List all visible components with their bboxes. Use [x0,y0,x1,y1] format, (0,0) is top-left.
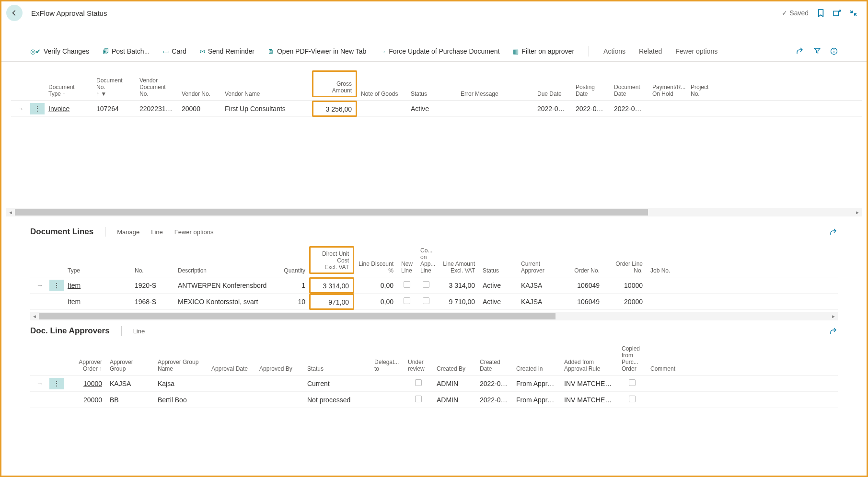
table-row[interactable]: → ⋮ Invoice 107264 2202231730 20000 Firs… [11,101,862,117]
col-posting[interactable]: Posting Date [572,84,610,97]
fewer-options[interactable]: Fewer options [675,47,718,55]
col-co[interactable]: Co...onApp...Line [417,247,436,274]
col-appr-group-name[interactable]: Approver GroupName [154,359,208,372]
scroll-left-icon[interactable]: ◄ [6,210,15,215]
line-tab[interactable]: Line [151,228,163,236]
desc-cell: MEXICO Kontorsstol, svart [174,298,279,306]
col-ordno[interactable]: Order No. [560,267,603,274]
approvers-line-tab[interactable]: Line [133,328,145,335]
scrollbar-thumb[interactable] [15,209,648,216]
row-menu-button[interactable]: ⋮ [49,378,64,389]
col-doc-date[interactable]: DocumentDate [610,84,648,97]
actions-menu[interactable]: Actions [603,47,625,55]
col-ordlineno[interactable]: Order Line No. [603,261,647,274]
type-cell[interactable]: Item [64,282,131,289]
col-deleg[interactable]: Delegat...to [370,359,404,372]
under-cell[interactable] [404,379,433,387]
post-batch-button[interactable]: 🗐Post Batch... [103,47,150,55]
doc-type-cell[interactable]: Invoice [45,105,93,113]
col-type[interactable]: Type [64,267,131,274]
fewer-options-lines[interactable]: Fewer options [174,228,214,236]
col-added-rule[interactable]: Added fromApproval Rule [560,359,618,372]
row-menu-button[interactable]: ⋮ [30,103,45,114]
col-created-by[interactable]: Created By [433,365,476,372]
lstatus-cell: Active [479,282,517,289]
filter-icon[interactable] [814,47,821,55]
col-error[interactable]: Error Message [457,91,533,97]
col-gross-amount[interactable]: Gross Amount [312,70,357,97]
col-unit-cost[interactable]: Direct Unit CostExcl. VAT [309,246,354,274]
col-appr[interactable]: CurrentApprover [517,261,560,274]
cin-cell: From Approv... [512,380,560,387]
col-doc-no[interactable]: Document No.↑ ▼ [93,77,136,97]
col-comment[interactable]: Comment [647,365,694,372]
share-icon[interactable] [797,47,804,55]
col-new[interactable]: NewLine [397,261,417,274]
col-appr-group[interactable]: Approver Group [106,359,154,372]
col-appr-order[interactable]: ApproverOrder ↑ [64,359,106,372]
co-cell[interactable] [417,297,436,306]
popout-icon[interactable] [833,10,841,17]
scroll-left-icon[interactable]: ◄ [30,314,39,319]
col-lstatus[interactable]: Status [479,267,517,274]
col-created-in[interactable]: Created in [512,365,560,372]
collapse-icon[interactable] [850,10,857,17]
vendor-doc-no-cell: 2202231730 [136,105,178,113]
lines-scrollbar[interactable]: ◄ ► [30,312,838,320]
verify-changes-button[interactable]: ◎✔Verify Changes [30,47,89,55]
line-row[interactable]: Item 1968-S MEXICO Kontorsstol, svart 10… [30,294,838,310]
approver-row[interactable]: 20000 BB Bertil Boo Not processed ADMIN … [30,392,838,408]
col-project[interactable]: Project No. [687,84,720,97]
scrollbar-thumb[interactable] [39,313,556,319]
col-vendor-doc-no[interactable]: VendorDocumentNo. [136,77,178,97]
info-icon[interactable] [830,47,838,55]
col-no[interactable]: No. [131,267,174,274]
col-app-status[interactable]: Status [303,365,370,372]
col-created-date[interactable]: CreatedDate [476,359,512,372]
newline-cell[interactable] [397,281,417,289]
col-desc[interactable]: Description [174,267,279,274]
copied-cell[interactable] [618,396,647,404]
newline-cell[interactable] [397,297,417,306]
col-disc[interactable]: Line Discount % [354,261,397,274]
arule-cell: INV MATCHED ... [560,396,618,404]
open-pdf-button[interactable]: 🗎Open PDF-Viewer in New Tab [268,47,366,55]
order-cell[interactable]: 10000 [64,380,106,387]
line-row[interactable]: → ⋮ Item 1920-S ANTWERPEN Konferensbord … [30,277,838,294]
col-job[interactable]: Job No. [647,267,680,274]
row-indicator-icon: → [30,282,49,289]
col-qty[interactable]: Quantity [279,267,309,274]
col-app-by[interactable]: Approved By [255,365,303,372]
filter-approver-button[interactable]: ▥Filter on approver [513,47,574,55]
bookmark-icon[interactable] [817,9,824,17]
manage-tab[interactable]: Manage [117,228,139,236]
copied-cell[interactable] [618,379,647,387]
h-scrollbar[interactable]: ◄ ► [6,208,862,216]
col-vendor-no[interactable]: Vendor No. [178,91,221,97]
scroll-right-icon[interactable]: ► [853,210,862,215]
force-update-button[interactable]: →Force Update of Purchase Document [380,47,499,55]
lineamt-cell: 9 710,00 [436,298,479,306]
col-copied[interactable]: CopiedfromPurc...Order [618,345,647,372]
col-under[interactable]: Underreview [404,359,433,372]
back-button[interactable] [6,5,23,21]
card-button[interactable]: ▭Card [163,47,186,55]
col-status[interactable]: Status [407,91,457,97]
col-payment[interactable]: Payment/R...On Hold [648,84,687,97]
col-vendor-name[interactable]: Vendor Name [221,91,312,97]
send-reminder-button[interactable]: ✉Send Reminder [200,47,255,55]
share-approvers-icon[interactable] [830,328,838,334]
share-lines-icon[interactable] [830,228,838,235]
row-menu-button[interactable]: ⋮ [49,280,64,291]
approver-row[interactable]: → ⋮ 10000 KAJSA Kajsa Current ADMIN 2022… [30,375,838,392]
scroll-right-icon[interactable]: ► [829,314,838,319]
col-due[interactable]: Due Date [533,91,572,97]
col-app-date[interactable]: Approval Date [208,365,255,372]
col-doc-type[interactable]: DocumentType ↑ [45,84,93,97]
force-label: Force Update of Purchase Document [389,47,499,55]
co-cell[interactable] [417,281,436,289]
col-lineamt[interactable]: Line AmountExcl. VAT [436,261,479,274]
col-note[interactable]: Note of Goods [357,91,407,97]
under-cell[interactable] [404,396,433,404]
related-menu[interactable]: Related [639,47,662,55]
